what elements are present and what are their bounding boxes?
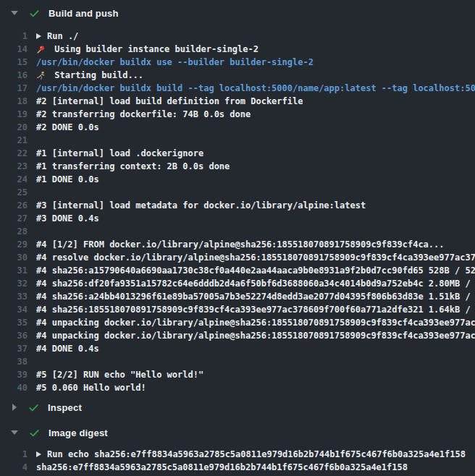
- log-line: 29#4 [1/2] FROM docker.io/library/alpine…: [0, 238, 475, 251]
- line-number[interactable]: 35: [0, 318, 28, 328]
- log-text: sha256:e7ff8834a5963a2785c5a0811e979d16b…: [36, 462, 408, 472]
- line-number[interactable]: 28: [0, 226, 28, 237]
- log-text-content: #3 DONE 0.4s: [36, 213, 99, 224]
- line-number[interactable]: 26: [0, 200, 28, 211]
- chevron-right-icon: [12, 404, 17, 411]
- log-text-content: /usr/bin/docker buildx use --builder bui…: [36, 57, 314, 67]
- line-number[interactable]: 24: [0, 174, 28, 184]
- line-number[interactable]: 21: [0, 135, 28, 145]
- log-text: Run ./: [36, 31, 78, 41]
- log-text-content: Using builder instance builder-single-2: [54, 44, 258, 54]
- expand-arrow-icon[interactable]: [36, 451, 41, 457]
- expand-arrow-icon[interactable]: [36, 33, 41, 39]
- log-line: 16 Starting build...: [0, 69, 475, 82]
- section-header-build-and-push[interactable]: Build and push: [0, 5, 475, 21]
- log-line: 28: [0, 225, 475, 238]
- line-number[interactable]: 38: [0, 357, 28, 367]
- section-title: Image digest: [49, 428, 108, 438]
- log-text: #4 sha256:df20fa9351a15782c64e6dddb2d4a6…: [36, 279, 475, 289]
- line-number[interactable]: 16: [0, 70, 28, 80]
- log-text: /usr/bin/docker buildx use --builder bui…: [36, 57, 314, 67]
- log-text-content: #4 sha256:df20fa9351a15782c64e6dddb2d4a6…: [36, 279, 475, 289]
- log-text-content: #4 unpacking docker.io/library/alpine@sh…: [36, 318, 475, 328]
- log-text: #2 [internal] load build definition from…: [36, 96, 303, 106]
- log-line: 33#4 sha256:a24bb4013296f61e89ba57005a7b…: [0, 290, 475, 303]
- log-text: #3 [internal] load metadata for docker.i…: [36, 200, 366, 211]
- line-number[interactable]: 15: [0, 57, 28, 67]
- log-text: #4 unpacking docker.io/library/alpine@sh…: [36, 331, 475, 341]
- log-text-content: #5 0.060 Hello world!: [36, 383, 146, 393]
- line-number[interactable]: 22: [0, 148, 28, 158]
- log-line: 40#5 0.060 Hello world!: [0, 381, 475, 394]
- line-number[interactable]: 25: [0, 187, 28, 197]
- log-text: #4 sha256:a24bb4013296f61e89ba57005a7b3e…: [36, 292, 475, 302]
- log-text-content: /usr/bin/docker buildx build --tag local…: [36, 83, 475, 93]
- section-header-inspect[interactable]: Inspect: [0, 399, 475, 415]
- log-text-content: #2 DONE 0.0s: [36, 122, 99, 132]
- log-text-content: #5 [2/2] RUN echo "Hello world!": [36, 370, 203, 380]
- log-line: 27#3 DONE 0.4s: [0, 212, 475, 225]
- log-text-content: #2 transferring dockerfile: 74B 0.0s don…: [36, 109, 251, 119]
- line-number[interactable]: 14: [0, 44, 28, 54]
- section-header-image-digest[interactable]: Image digest: [0, 425, 475, 441]
- section-title: Build and push: [49, 8, 119, 19]
- log-text-content: #4 resolve docker.io/library/alpine@sha2…: [36, 252, 475, 263]
- log-line: 26#3 [internal] load metadata for docker…: [0, 199, 475, 212]
- log-line: 39#5 [2/2] RUN echo "Hello world!": [0, 368, 475, 381]
- log-line: 4sha256:e7ff8834a5963a2785c5a0811e979d16…: [0, 461, 475, 474]
- line-number[interactable]: 1: [0, 449, 28, 459]
- log-text-content: #4 DONE 0.4s: [36, 344, 99, 354]
- line-number[interactable]: 1: [0, 31, 28, 41]
- line-number[interactable]: 34: [0, 305, 28, 315]
- log-text: #4 sha256:185518070891758909c9f839cf4ca3…: [36, 305, 475, 315]
- log-text: #4 unpacking docker.io/library/alpine@sh…: [36, 318, 475, 328]
- line-number[interactable]: 39: [0, 370, 28, 380]
- line-number[interactable]: 30: [0, 252, 28, 263]
- log-lines-image-digest: 1Run echo sha256:e7ff8834a5963a2785c5a08…: [0, 448, 475, 474]
- log-text-content: #4 [1/2] FROM docker.io/library/alpine@s…: [36, 239, 445, 250]
- line-number[interactable]: 23: [0, 161, 28, 171]
- log-text-content: #4 sha256:185518070891758909c9f839cf4ca3…: [36, 305, 475, 315]
- log-text: #3 DONE 0.4s: [36, 213, 99, 224]
- log-line: 38: [0, 355, 475, 368]
- log-text-content: sha256:e7ff8834a5963a2785c5a0811e979d16b…: [36, 462, 408, 472]
- section-inspect: Inspect: [0, 399, 475, 415]
- log-text-content: #4 sha256:a15790640a6690aa1730c38cf0a440…: [36, 265, 475, 276]
- line-number[interactable]: 18: [0, 96, 28, 106]
- section-image-digest: Image digest 1Run echo sha256:e7ff8834a5…: [0, 425, 475, 474]
- log-text: #1 DONE 0.0s: [36, 174, 99, 184]
- chevron-down-icon: [11, 11, 18, 15]
- line-number[interactable]: 37: [0, 344, 28, 354]
- log-line: 22#1 [internal] load .dockerignore: [0, 147, 475, 160]
- log-line: 14 Using builder instance builder-single…: [0, 43, 475, 56]
- log-text-content: #1 DONE 0.0s: [36, 174, 99, 184]
- log-line: 19#2 transferring dockerfile: 74B 0.0s d…: [0, 108, 475, 121]
- line-number[interactable]: 4: [0, 462, 28, 472]
- line-number[interactable]: 19: [0, 109, 28, 119]
- log-text: #4 resolve docker.io/library/alpine@sha2…: [36, 252, 475, 263]
- log-line: 21: [0, 134, 475, 147]
- line-number[interactable]: 32: [0, 279, 28, 289]
- log-line: 35#4 unpacking docker.io/library/alpine@…: [0, 316, 475, 329]
- line-number[interactable]: 36: [0, 331, 28, 341]
- log-text-content: #3 [internal] load metadata for docker.i…: [36, 200, 366, 211]
- log-text: #4 [1/2] FROM docker.io/library/alpine@s…: [36, 239, 445, 250]
- log-line: 23#1 transferring context: 2B 0.0s done: [0, 160, 475, 173]
- log-line: 34#4 sha256:185518070891758909c9f839cf4c…: [0, 303, 475, 316]
- log-text: Using builder instance builder-single-2: [36, 44, 258, 54]
- log-text: #4 DONE 0.4s: [36, 344, 99, 354]
- line-number[interactable]: 40: [0, 383, 28, 393]
- line-number[interactable]: 29: [0, 239, 28, 250]
- log-lines-build: 1Run ./14 Using builder instance builder…: [0, 30, 475, 394]
- line-number[interactable]: 33: [0, 292, 28, 302]
- log-text-content: Run ./: [47, 31, 78, 41]
- check-success-icon: [29, 428, 40, 438]
- line-number[interactable]: 27: [0, 213, 28, 224]
- log-text: #2 transferring dockerfile: 74B 0.0s don…: [36, 109, 251, 119]
- log-text-content: #4 sha256:a24bb4013296f61e89ba57005a7b3e…: [36, 292, 475, 302]
- line-number[interactable]: 17: [0, 83, 28, 93]
- log-line: 31#4 sha256:a15790640a6690aa1730c38cf0a4…: [0, 264, 475, 277]
- line-number[interactable]: 20: [0, 122, 28, 132]
- log-text-content: #1 [internal] load .dockerignore: [36, 148, 203, 158]
- line-number[interactable]: 31: [0, 265, 28, 276]
